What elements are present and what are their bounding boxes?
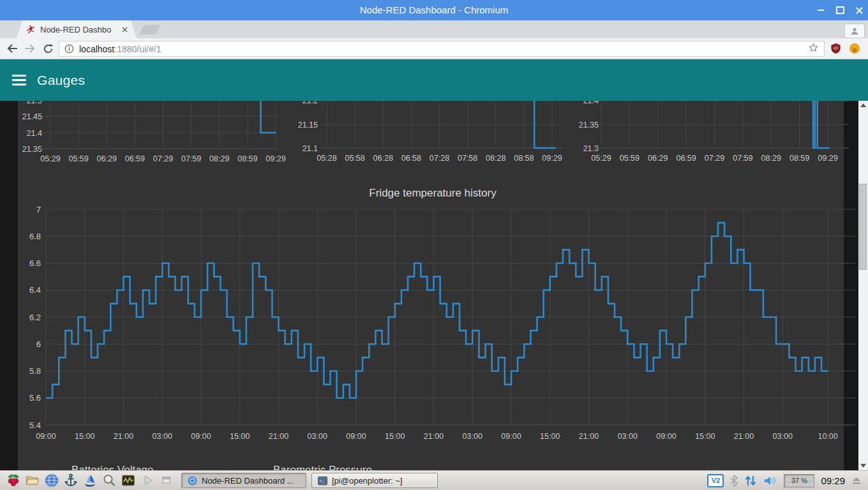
play-button[interactable] xyxy=(138,471,157,489)
temperature-chart-1: 21.521.4521.421.3505:2905:5906:2906:5907… xyxy=(0,101,294,171)
close-button[interactable] xyxy=(854,5,864,15)
svg-text:06:59: 06:59 xyxy=(676,154,696,163)
fridge-temperature-chart: Fridge temperature history76.86.66.46.26… xyxy=(18,179,860,454)
scrollbar-thumb[interactable] xyxy=(859,184,867,270)
svg-text:6: 6 xyxy=(36,339,41,349)
svg-text:6.2: 6.2 xyxy=(29,313,41,322)
tab-node-red-dashboard[interactable]: Node-RED Dashbo xyxy=(17,20,137,38)
bluetooth-icon[interactable] xyxy=(730,475,738,487)
svg-text:10:00: 10:00 xyxy=(818,432,837,441)
svg-text:03:00: 03:00 xyxy=(773,432,793,441)
svg-text:05:29: 05:29 xyxy=(40,154,60,163)
minimize-icon xyxy=(818,10,824,11)
folder-icon xyxy=(25,473,40,488)
taskbar-window-terminal[interactable]: >_ [pi@openplotter: ~] xyxy=(311,473,438,488)
sailboat-icon xyxy=(82,473,98,488)
svg-text:05:28: 05:28 xyxy=(317,154,336,163)
raspberry-pi-menu-button[interactable] xyxy=(4,471,23,489)
minimize-button[interactable] xyxy=(816,5,826,15)
taskbar-window-label: Node-RED Dashboard ... xyxy=(202,476,294,486)
maximize-button[interactable] xyxy=(835,5,845,15)
close-icon xyxy=(856,7,863,14)
svg-text:09:00: 09:00 xyxy=(191,432,211,441)
svg-text:6.6: 6.6 xyxy=(29,258,41,268)
opencpn-button[interactable] xyxy=(61,471,80,489)
window-title: Node-RED Dashboard - Chromium xyxy=(0,0,868,20)
svg-text:21.1: 21.1 xyxy=(303,144,318,153)
menu-icon[interactable] xyxy=(12,75,26,85)
svg-text:15:00: 15:00 xyxy=(75,432,94,441)
url-path: :1880/ui/#/1 xyxy=(114,44,161,54)
cpu-usage-meter[interactable]: 37 % xyxy=(784,474,814,487)
screen: Node-RED Dashboard - Chromium Node-RED D… xyxy=(0,0,868,490)
openplotter-button[interactable] xyxy=(80,471,100,489)
svg-text:03:00: 03:00 xyxy=(618,432,638,441)
star-icon xyxy=(808,42,819,53)
eject-icon[interactable] xyxy=(851,476,862,485)
window-icon xyxy=(160,474,173,487)
page-scrollbar[interactable] xyxy=(858,101,868,470)
svg-text:09:00: 09:00 xyxy=(346,432,366,441)
ublock-extension-button[interactable]: uO xyxy=(830,42,842,57)
window-switch-button[interactable] xyxy=(157,471,176,489)
page-info-icon[interactable] xyxy=(64,44,74,54)
svg-text:7: 7 xyxy=(36,205,41,214)
svg-text:15:00: 15:00 xyxy=(540,432,560,441)
svg-text:21.35: 21.35 xyxy=(579,121,599,130)
back-button[interactable] xyxy=(4,38,20,59)
maximize-icon xyxy=(836,6,844,14)
vnc-tray-icon[interactable]: V2 xyxy=(707,474,724,487)
forward-icon xyxy=(24,44,36,53)
svg-text:08:59: 08:59 xyxy=(237,154,257,163)
scroll-up-icon xyxy=(860,103,866,107)
tab-close-icon[interactable] xyxy=(122,27,128,33)
svg-text:07:29: 07:29 xyxy=(153,154,173,163)
widget-title-barometric-pressure: Barometric Pressure xyxy=(273,464,372,470)
svg-text:>_: >_ xyxy=(320,479,325,483)
svg-text:21.5: 21.5 xyxy=(27,101,42,105)
search-icon xyxy=(101,473,117,488)
svg-text:06:58: 06:58 xyxy=(401,154,421,163)
reload-button[interactable] xyxy=(40,38,56,59)
svg-text:03:00: 03:00 xyxy=(308,432,327,441)
volume-icon[interactable] xyxy=(763,475,777,487)
temperature-chart-2: 21.221.1521.105:2805:5806:2806:5807:2807… xyxy=(281,101,568,171)
svg-text:09:00: 09:00 xyxy=(656,432,676,441)
taskbar-window-label: [pi@openplotter: ~] xyxy=(332,476,402,486)
svg-text:5.8: 5.8 xyxy=(29,366,41,376)
svg-text:21.45: 21.45 xyxy=(22,112,42,121)
svg-text:05:58: 05:58 xyxy=(345,154,364,163)
svg-text:21:00: 21:00 xyxy=(579,432,599,441)
search-button[interactable] xyxy=(100,471,119,489)
taskbar-window-node-red[interactable]: Node-RED Dashboard ... xyxy=(181,473,306,488)
url-text: localhost:1880/ui/#/1 xyxy=(79,44,161,54)
widget-title-batteries-voltage: Batteries Voltage xyxy=(71,464,154,470)
svg-text:09:00: 09:00 xyxy=(501,432,521,441)
network-traffic-icon[interactable] xyxy=(744,475,757,487)
svg-text:07:59: 07:59 xyxy=(733,154,752,163)
svg-text:5.4: 5.4 xyxy=(29,420,41,430)
file-manager-button[interactable] xyxy=(23,471,42,489)
svg-text:21:00: 21:00 xyxy=(114,432,133,441)
profile-button[interactable] xyxy=(844,24,865,38)
url-bar[interactable]: localhost:1880/ui/#/1 xyxy=(59,41,825,57)
node-red-favicon xyxy=(26,24,36,34)
web-browser-button[interactable] xyxy=(42,471,61,489)
svg-text:21.2: 21.2 xyxy=(303,101,318,105)
scroll-up-button[interactable] xyxy=(858,101,868,110)
anchor-icon xyxy=(63,473,79,488)
dashboard-body: 21.521.4521.421.3505:2905:5906:2906:5907… xyxy=(0,101,868,470)
forward-button[interactable] xyxy=(22,38,38,59)
svg-text:06:28: 06:28 xyxy=(373,154,393,163)
svg-text:6.4: 6.4 xyxy=(29,285,41,295)
tray-clock[interactable]: 09:29 xyxy=(821,475,845,486)
new-tab-button[interactable] xyxy=(139,25,161,34)
svg-text:05:29: 05:29 xyxy=(591,154,611,163)
svg-text:09:29: 09:29 xyxy=(818,154,837,163)
extension-button-orange[interactable] xyxy=(849,43,860,57)
profile-icon xyxy=(850,27,859,36)
svg-text:08:59: 08:59 xyxy=(789,154,809,163)
signal-monitor-button[interactable] xyxy=(119,471,138,489)
bookmark-star[interactable] xyxy=(808,42,819,56)
scroll-down-button[interactable] xyxy=(858,461,868,470)
